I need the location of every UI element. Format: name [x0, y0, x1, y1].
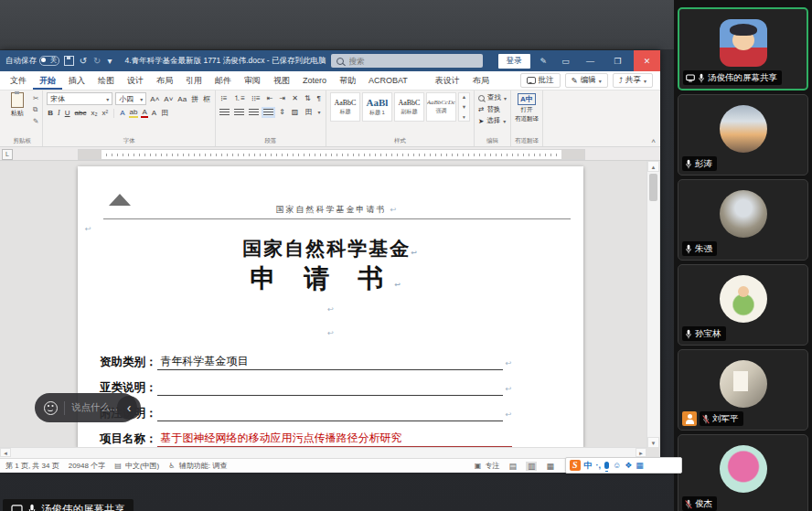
shrink-font-button[interactable]: A˅ [163, 95, 174, 103]
character-border-button[interactable]: 框 [202, 94, 211, 104]
participant-tile-liujunping[interactable]: 刘军平 [678, 349, 808, 431]
ribbon-display-options-icon[interactable]: ▭ [557, 57, 574, 66]
tab-view[interactable]: 视图 [267, 71, 296, 90]
tab-home[interactable]: 开始 [33, 71, 62, 90]
align-center-button[interactable] [234, 109, 244, 116]
horizontal-ruler[interactable] [78, 149, 585, 160]
asian-layout-button[interactable]: ✕ [291, 94, 299, 102]
enclose-characters-button[interactable]: 田 [160, 108, 169, 118]
underline-button[interactable]: U [64, 109, 71, 117]
font-color-button[interactable]: A [141, 108, 147, 118]
multilevel-list-button[interactable]: ⁝⁝≡ [251, 94, 262, 102]
scroll-left-icon[interactable]: ◄ [0, 448, 11, 457]
sogou-logo-icon[interactable]: S [570, 460, 581, 471]
font-size-select[interactable]: 小四▾ [115, 92, 146, 105]
undo-button[interactable]: ↺ [79, 56, 88, 66]
save-icon[interactable] [64, 56, 74, 66]
align-left-button[interactable] [219, 109, 230, 116]
grow-font-button[interactable]: A˄ [149, 95, 160, 103]
decrease-indent-button[interactable]: ⇤ [266, 94, 274, 102]
cut-button[interactable]: ✂ [33, 94, 38, 102]
read-mode-button[interactable]: ▤ [507, 462, 518, 471]
print-layout-button[interactable]: ▥ [526, 462, 538, 471]
italic-button[interactable]: I [57, 109, 61, 117]
tab-acrobat[interactable]: ACROBAT [362, 71, 414, 90]
ime-skin-icon[interactable]: ❖ [625, 461, 632, 470]
ime-mic-icon[interactable] [604, 462, 609, 469]
close-button[interactable]: ✕ [634, 50, 660, 71]
vertical-scrollbar[interactable]: ▲ ▼ [646, 161, 659, 448]
participant-tile-zhuqiang[interactable]: 朱强 [678, 179, 808, 261]
font-name-select[interactable]: 宋体▾ [47, 92, 112, 105]
collapse-ribbon-button[interactable]: ˄ [651, 137, 656, 145]
style-card-emphasis[interactable]: AaBbCcDc 强调 [426, 92, 456, 122]
signin-button[interactable]: 登录 [498, 54, 530, 69]
minimize-button[interactable]: — [579, 50, 602, 71]
show-marks-button[interactable]: ¶ [316, 94, 322, 102]
paste-button[interactable]: 粘贴 [5, 92, 29, 125]
bold-button[interactable]: B [47, 109, 54, 117]
pen-icon[interactable]: ✎ [535, 57, 552, 66]
select-button[interactable]: ➤ 选择 ▾ [478, 116, 507, 125]
language-indicator[interactable]: ▤ 中文(中国) [114, 461, 159, 471]
change-case-button[interactable]: Aa [176, 95, 187, 103]
focus-mode-button[interactable]: ▣ 专注 [475, 461, 500, 471]
tab-selector[interactable]: L [2, 149, 13, 160]
style-card-heading1[interactable]: AaBl 标题 1 [362, 92, 392, 122]
strikethrough-button[interactable]: abc [74, 109, 88, 117]
autosave-toggle[interactable]: 自动保存 关 [5, 56, 59, 67]
page-indicator[interactable]: 第 1 页, 共 34 页 [5, 461, 59, 471]
subscript-button[interactable]: x₂ [90, 109, 98, 117]
tab-references[interactable]: 引用 [179, 71, 208, 90]
text-effects-button[interactable]: A [119, 109, 125, 117]
find-button[interactable]: 查找 ▾ [478, 93, 507, 102]
web-layout-button[interactable]: ▦ [544, 462, 556, 471]
tab-table-layout[interactable]: 布局 [466, 71, 496, 90]
search-input[interactable] [347, 56, 461, 67]
youdao-translate-button[interactable]: A中 打开 有道翻译 [515, 92, 539, 123]
chat-placeholder[interactable]: 说点什么... [71, 401, 118, 414]
align-right-button[interactable] [249, 109, 259, 116]
document-page[interactable]: 国家自然科学基金申请书 ↩ ↩ 国家自然科学基金↩ 申 请 书↩ ↩ ↩ 资助类… [78, 166, 583, 448]
word-count[interactable]: 20948 个字 [69, 461, 105, 471]
comments-button[interactable]: 批注 [520, 73, 561, 88]
borders-button[interactable]: 田 [304, 107, 313, 117]
tab-review[interactable]: 审阅 [238, 71, 267, 90]
ime-punctuation-icon[interactable]: ·, [596, 461, 602, 470]
horizontal-scrollbar[interactable]: ◄ ► [0, 447, 646, 458]
line-spacing-button[interactable]: ⇕ [278, 108, 286, 116]
tab-table-design[interactable]: 表设计 [429, 71, 466, 90]
accessibility-status[interactable]: ♿ 辅助功能: 调查 [168, 461, 227, 471]
style-card-subtitle[interactable]: AaBbC 副标题 [394, 92, 424, 122]
ime-emoji-icon[interactable]: ☺ [613, 461, 621, 470]
replace-button[interactable]: ⇄ 替换 [478, 105, 507, 114]
tab-file[interactable]: 文件 [4, 71, 33, 90]
participant-tile-sunbaolin[interactable]: 孙宝林 [678, 264, 808, 346]
restore-button[interactable]: ❐ [606, 50, 629, 71]
ime-language-toggle[interactable]: 中 [584, 460, 593, 472]
scroll-right-icon[interactable]: ► [636, 448, 646, 457]
styles-gallery-scroll[interactable]: ▲ ▼ ▾ [458, 92, 470, 122]
tab-draw[interactable]: 绘图 [91, 71, 121, 90]
numbered-list-button[interactable]: ⒈≡ [232, 93, 246, 103]
style-card-title[interactable]: AaBbC 标题 [330, 92, 360, 122]
shading-button[interactable]: ▨ [291, 108, 300, 116]
sort-button[interactable]: ⇅ [304, 94, 312, 102]
increase-indent-button[interactable]: ⇥ [278, 94, 286, 102]
editing-mode-button[interactable]: ✎ 编辑 ▾ [565, 73, 608, 88]
tab-help[interactable]: 帮助 [333, 71, 362, 90]
chat-collapse-button[interactable]: ‹ [117, 396, 141, 420]
tab-zotero[interactable]: Zotero [296, 71, 333, 90]
bullet-list-button[interactable]: ⁝≡ [219, 94, 228, 102]
emoji-icon[interactable] [44, 401, 58, 415]
scroll-up-icon[interactable]: ▲ [647, 161, 659, 172]
tab-insert[interactable]: 插入 [62, 71, 91, 90]
tab-mailings[interactable]: 邮件 [208, 71, 238, 90]
tab-design[interactable]: 设计 [121, 71, 150, 90]
scroll-down-icon[interactable]: ▼ [647, 437, 659, 448]
participant-tile-pengtao[interactable]: 彭涛 [678, 94, 808, 176]
qat-dropdown-icon[interactable]: ▾ [106, 56, 112, 66]
superscript-button[interactable]: x² [102, 109, 110, 117]
participant-tile-junjie[interactable]: 俊杰 [678, 434, 808, 511]
format-painter-button[interactable]: ✎ [33, 117, 38, 125]
